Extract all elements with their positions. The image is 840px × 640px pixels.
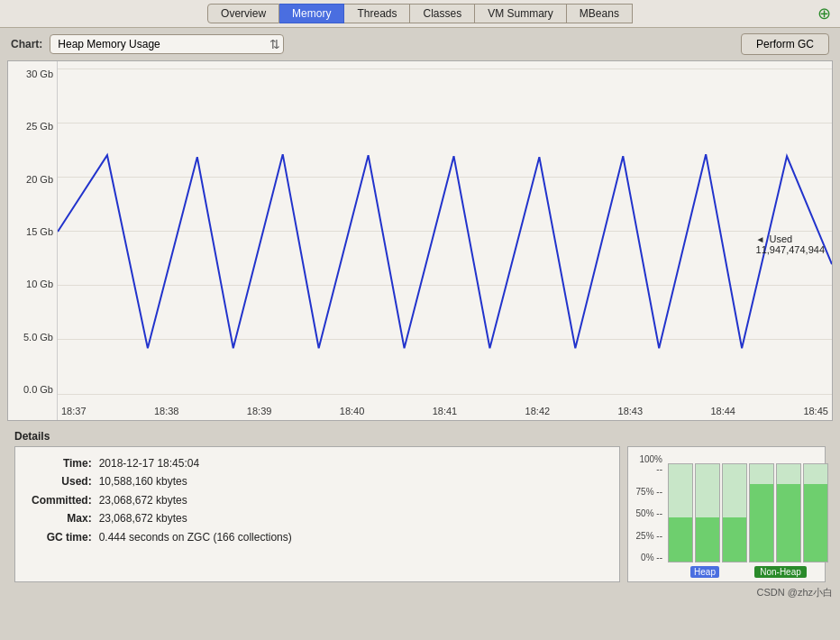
tab-mbeans[interactable]: MBeans: [567, 4, 633, 23]
tooltip-label: Used 11,947,474,944: [756, 233, 825, 255]
y-label-0: 30 Gb: [26, 69, 53, 79]
max-value: 23,068,672 kbytes: [96, 509, 296, 527]
tab-overview[interactable]: Overview: [207, 4, 279, 23]
nonheap-label-wrap: Non-Heap: [744, 566, 817, 578]
chart-plot-area: Used 11,947,474,944 18:37 18:38 18:39 18…: [57, 61, 832, 420]
perform-gc-button[interactable]: Perform GC: [741, 33, 829, 55]
bar-used-h0: [669, 517, 692, 562]
max-label: Max:: [28, 509, 96, 527]
x-label-0: 18:37: [61, 406, 87, 416]
tab-classes[interactable]: Classes: [410, 4, 475, 23]
bar-y-100: 100% --: [635, 454, 662, 474]
heap-label: Heap: [690, 566, 719, 578]
bar-committed-nh2: [804, 464, 827, 484]
time-value: 2018-12-17 18:45:04: [96, 454, 296, 472]
y-axis: 30 Gb 25 Gb 20 Gb 15 Gb 10 Gb 5.0 Gb 0.0…: [8, 61, 57, 420]
bar-stack-h0: [668, 463, 693, 562]
x-label-2: 18:39: [247, 406, 272, 416]
details-label: Details: [14, 430, 826, 443]
details-row-max: Max: 23,068,672 kbytes: [28, 509, 296, 527]
bar-y-75: 75% --: [635, 487, 662, 497]
bar-y-labels: 100% -- 75% -- 50% -- 25% -- 0% --: [635, 454, 666, 562]
bar-stack-nh0: [749, 463, 774, 562]
heap-label-wrap: Heap: [668, 566, 742, 578]
bar-used-h1: [696, 517, 719, 562]
bar-used-nh2: [804, 484, 827, 562]
tooltip-value: 11,947,474,944: [756, 244, 825, 255]
x-label-8: 18:45: [803, 406, 828, 416]
bar-used-nh0: [750, 484, 773, 562]
x-label-4: 18:41: [433, 406, 458, 416]
x-label-6: 18:43: [618, 406, 644, 416]
x-label-1: 18:38: [154, 406, 179, 416]
chart-svg: [58, 69, 832, 395]
chart-label: Chart:: [11, 38, 42, 50]
tab-bar: Overview Memory Threads Classes VM Summa…: [0, 0, 840, 28]
nonheap-label: Non-Heap: [754, 566, 807, 578]
bar-committed-h2: [723, 464, 746, 517]
tab-threads[interactable]: Threads: [344, 4, 410, 23]
x-axis: 18:37 18:38 18:39 18:40 18:41 18:42 18:4…: [58, 406, 832, 416]
bar-group-nonheap-0: [749, 463, 774, 562]
bar-stack-h2: [722, 463, 747, 562]
tooltip-used: Used: [770, 233, 793, 244]
chart-select[interactable]: Heap Memory Usage: [50, 34, 284, 54]
details-text: Time: 2018-12-17 18:45:04 Used: 10,588,1…: [14, 446, 620, 582]
gc-value: 0.444 seconds on ZGC (166 collections): [96, 528, 296, 546]
green-icon: ⊕: [817, 4, 831, 23]
details-row-gc: GC time: 0.444 seconds on ZGC (166 colle…: [28, 528, 296, 546]
details-section: Details Time: 2018-12-17 18:45:04 Used: …: [7, 426, 833, 584]
bar-y-25: 25% --: [635, 531, 662, 541]
x-label-3: 18:40: [340, 406, 365, 416]
bar-y-50: 50% --: [635, 508, 662, 518]
bar-labels-row: Heap Non-Heap: [635, 566, 817, 578]
bar-group-heap-1: [695, 463, 720, 562]
details-row-used: Used: 10,588,160 kbytes: [28, 472, 296, 490]
bar-chart-area: 100% -- 75% -- 50% -- 25% -- 0% --: [635, 454, 817, 562]
bar-group-heap-0: [668, 463, 693, 562]
gc-label: GC time:: [28, 528, 96, 546]
bar-stack-nh1: [776, 463, 801, 562]
bar-group-nonheap-1: [776, 463, 801, 562]
used-label: Used:: [28, 472, 96, 490]
bar-group-heap-2: [722, 463, 747, 562]
bar-group-nonheap-2: [803, 463, 828, 562]
x-label-5: 18:42: [525, 406, 551, 416]
y-label-6: 0.0 Gb: [23, 384, 53, 395]
committed-value: 23,068,672 kbytes: [96, 491, 296, 509]
details-row-committed: Committed: 23,068,672 kbytes: [28, 491, 296, 509]
time-label: Time:: [28, 454, 96, 472]
bar-stack-h1: [695, 463, 720, 562]
credit: CSDN @zhz小白: [0, 584, 840, 601]
chart-select-wrap: Heap Memory Usage ⇅: [50, 34, 284, 54]
bar-used-nh1: [777, 484, 800, 562]
y-label-5: 5.0 Gb: [23, 332, 53, 343]
y-label-4: 10 Gb: [26, 279, 53, 289]
bar-committed-h0: [669, 464, 692, 517]
tab-vm-summary[interactable]: VM Summary: [475, 4, 567, 23]
committed-label: Committed:: [28, 491, 96, 509]
chart-container: 30 Gb 25 Gb 20 Gb 15 Gb 10 Gb 5.0 Gb 0.0…: [7, 60, 833, 421]
used-value: 10,588,160 kbytes: [96, 472, 296, 490]
tab-memory[interactable]: Memory: [279, 4, 344, 23]
y-label-2: 20 Gb: [26, 174, 53, 185]
toolbar: Chart: Heap Memory Usage ⇅ Perform GC: [0, 28, 840, 60]
bar-y-0: 0% --: [635, 553, 662, 562]
bar-stack-nh2: [803, 463, 828, 562]
details-body: Time: 2018-12-17 18:45:04 Used: 10,588,1…: [14, 446, 826, 582]
bar-used-h2: [723, 517, 746, 562]
details-row-time: Time: 2018-12-17 18:45:04: [28, 454, 296, 472]
bar-committed-nh0: [750, 464, 773, 484]
details-chart: 100% -- 75% -- 50% -- 25% -- 0% --: [627, 446, 826, 582]
bar-committed-h1: [696, 464, 719, 517]
details-table: Time: 2018-12-17 18:45:04 Used: 10,588,1…: [28, 454, 296, 546]
main-area: 30 Gb 25 Gb 20 Gb 15 Gb 10 Gb 5.0 Gb 0.0…: [0, 60, 840, 584]
x-label-7: 18:44: [710, 406, 735, 416]
y-label-1: 25 Gb: [26, 121, 53, 132]
bar-committed-nh1: [777, 464, 800, 484]
y-label-3: 15 Gb: [26, 226, 53, 237]
